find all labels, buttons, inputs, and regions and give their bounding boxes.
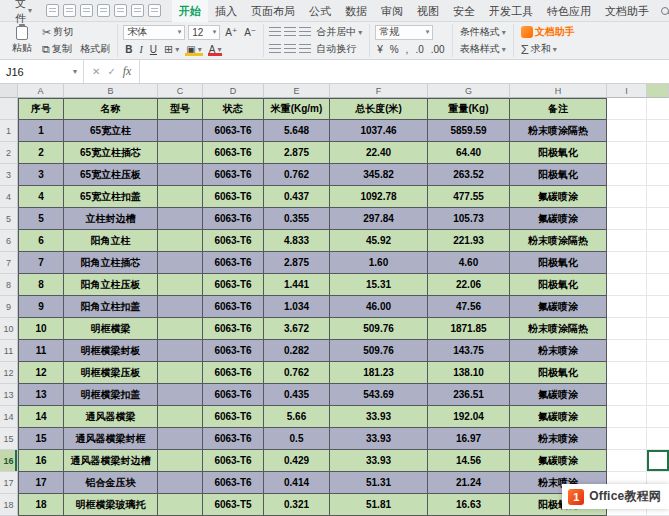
align-center-icon[interactable] — [284, 44, 296, 54]
cell-E10[interactable]: 3.672 — [264, 318, 330, 340]
cell-H15[interactable]: 粉末喷涂 — [510, 428, 607, 450]
cell-I16[interactable] — [607, 450, 647, 472]
tab-公式[interactable]: 公式 — [302, 0, 338, 22]
print-preview-icon[interactable] — [114, 4, 127, 17]
col-header-B[interactable]: B — [64, 84, 158, 98]
col-header-G[interactable]: G — [428, 84, 510, 98]
find-button[interactable]: 查找 — [661, 3, 669, 18]
cell-F14[interactable]: 33.93 — [330, 406, 428, 428]
font-name-select[interactable]: 宋体 ▾ — [123, 25, 185, 40]
cell-J9[interactable] — [647, 296, 669, 318]
cell-A8[interactable]: 8 — [18, 274, 64, 296]
cell-J2[interactable] — [647, 142, 669, 164]
cell-D15[interactable]: 6063-T6 — [203, 428, 264, 450]
redo-icon[interactable] — [148, 4, 161, 17]
row-header-5[interactable]: 5 — [0, 208, 18, 230]
file-menu-button[interactable]: 文件 ▾ — [11, 0, 36, 26]
cell-I12[interactable] — [607, 362, 647, 384]
cell-I14[interactable] — [607, 406, 647, 428]
cell-H1[interactable]: 粉末喷涂隔热 — [510, 120, 607, 142]
cell-C9[interactable] — [158, 296, 203, 318]
align-right-icon[interactable] — [299, 44, 311, 54]
cell-B17[interactable]: 铝合金压块 — [64, 472, 158, 494]
cell-I7[interactable] — [607, 252, 647, 274]
cell-D14[interactable]: 6063-T6 — [203, 406, 264, 428]
cell-E17[interactable]: 0.414 — [264, 472, 330, 494]
cell-D9[interactable]: 6063-T6 — [203, 296, 264, 318]
cell-E4[interactable]: 0.437 — [264, 186, 330, 208]
cell-A13[interactable]: 13 — [18, 384, 64, 406]
cell-A3[interactable]: 3 — [18, 164, 64, 186]
cell-B9[interactable]: 阳角立柱扣盖 — [64, 296, 158, 318]
cell-H5[interactable]: 氟碳喷涂 — [510, 208, 607, 230]
row-header-12[interactable]: 12 — [0, 362, 18, 384]
cell-A11[interactable]: 11 — [18, 340, 64, 362]
cell-C18[interactable] — [158, 494, 203, 516]
cell-B14[interactable]: 通风器横梁 — [64, 406, 158, 428]
cell-E7[interactable]: 2.875 — [264, 252, 330, 274]
cell-J15[interactable] — [647, 428, 669, 450]
row-header-9[interactable]: 9 — [0, 296, 18, 318]
cell-F3[interactable]: 345.82 — [330, 164, 428, 186]
cell-H11[interactable]: 粉末喷涂 — [510, 340, 607, 362]
cell-H12[interactable]: 阳极氧化 — [510, 362, 607, 384]
cell-I5[interactable] — [607, 208, 647, 230]
row-header-6[interactable]: 6 — [0, 230, 18, 252]
cell-F4[interactable]: 1092.78 — [330, 186, 428, 208]
merge-center-button[interactable]: 合并居中 ▾ — [314, 25, 364, 39]
col-header-H[interactable]: H — [510, 84, 607, 98]
cell-A12[interactable]: 12 — [18, 362, 64, 384]
cell-H6[interactable]: 粉末喷涂隔热 — [510, 230, 607, 252]
cell-J3[interactable] — [647, 164, 669, 186]
row-header-14[interactable]: 14 — [0, 406, 18, 428]
cell-I3[interactable] — [607, 164, 647, 186]
cell-J10[interactable] — [647, 318, 669, 340]
cell-A16[interactable]: 16 — [18, 450, 64, 472]
cell-A6[interactable]: 6 — [18, 230, 64, 252]
cell-A5[interactable]: 5 — [18, 208, 64, 230]
cell-D18[interactable]: 6063-T5 — [203, 494, 264, 516]
cell-I1[interactable] — [607, 120, 647, 142]
cell-C5[interactable] — [158, 208, 203, 230]
cell-I9[interactable] — [607, 296, 647, 318]
header-cell-D[interactable]: 状态 — [203, 98, 264, 120]
cell-C3[interactable] — [158, 164, 203, 186]
cell-D6[interactable]: 6063-T6 — [203, 230, 264, 252]
cell-G8[interactable]: 22.06 — [428, 274, 510, 296]
cell-D11[interactable]: 6063-T6 — [203, 340, 264, 362]
cell-C16[interactable] — [158, 450, 203, 472]
cell-D16[interactable]: 6063-T6 — [203, 450, 264, 472]
cell-I2[interactable] — [607, 142, 647, 164]
cell-A17[interactable]: 17 — [18, 472, 64, 494]
tab-开始[interactable]: 开始 — [172, 0, 208, 22]
cell-E6[interactable]: 4.833 — [264, 230, 330, 252]
cell-E11[interactable]: 0.282 — [264, 340, 330, 362]
copy-button[interactable]: ⧉ 复制 — [40, 42, 75, 57]
cell-F10[interactable]: 509.76 — [330, 318, 428, 340]
header-cell-G[interactable]: 重量(Kg) — [428, 98, 510, 120]
cell-C7[interactable] — [158, 252, 203, 274]
row-header-8[interactable]: 8 — [0, 274, 18, 296]
cell-E5[interactable]: 0.355 — [264, 208, 330, 230]
cell-D8[interactable]: 6063-T6 — [203, 274, 264, 296]
table-style-button[interactable]: 表格样式 ▾ — [458, 42, 508, 57]
header-cell-E[interactable]: 米重(Kg/m) — [264, 98, 330, 120]
cell-H14[interactable]: 氟碳喷涂 — [510, 406, 607, 428]
cell-J1[interactable] — [647, 120, 669, 142]
col-header-C[interactable]: C — [158, 84, 203, 98]
align-middle-icon[interactable] — [284, 27, 296, 37]
cell-I15[interactable] — [607, 428, 647, 450]
confirm-entry-icon[interactable]: ✓ — [107, 66, 115, 77]
cell-B4[interactable]: 65宽立柱扣盖 — [64, 186, 158, 208]
cell-C17[interactable] — [158, 472, 203, 494]
cell-C8[interactable] — [158, 274, 203, 296]
cell-B7[interactable]: 阳角立柱插芯 — [64, 252, 158, 274]
cell-J11[interactable] — [647, 340, 669, 362]
cell-D10[interactable]: 6063-T6 — [203, 318, 264, 340]
cell-A18[interactable]: 18 — [18, 494, 64, 516]
cell-G15[interactable]: 16.97 — [428, 428, 510, 450]
sum-button[interactable]: Σ 求和 ▾ — [519, 42, 577, 57]
row-header-4[interactable]: 4 — [0, 186, 18, 208]
cell-B16[interactable]: 通风器横梁封边槽 — [64, 450, 158, 472]
cell-C1[interactable] — [158, 120, 203, 142]
